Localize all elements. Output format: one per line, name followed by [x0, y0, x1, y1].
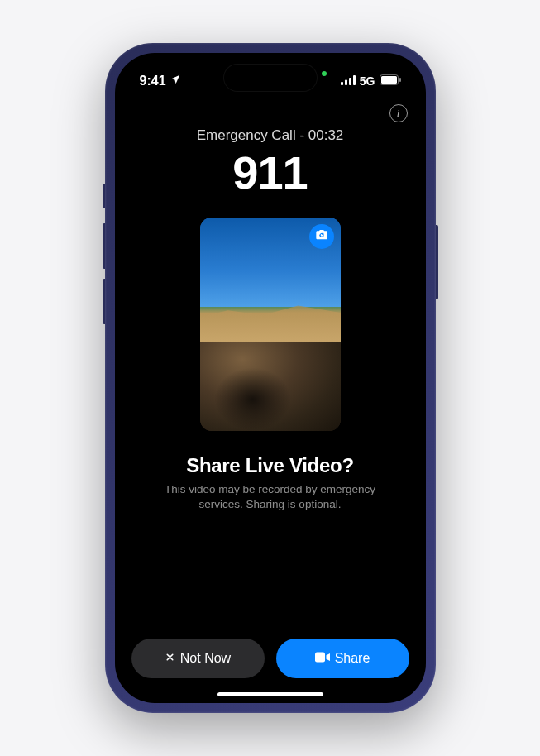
camera-flip-icon	[315, 228, 328, 245]
network-label: 5G	[360, 74, 375, 88]
status-time: 9:41	[140, 74, 166, 89]
svg-rect-1	[345, 80, 347, 86]
info-button[interactable]: i	[389, 104, 408, 122]
not-now-label: Not Now	[180, 651, 231, 666]
close-icon	[165, 651, 175, 666]
share-prompt: Share Live Video? This video may be reco…	[115, 454, 426, 512]
flip-camera-button[interactable]	[309, 224, 334, 249]
home-indicator[interactable]	[217, 692, 323, 696]
dynamic-island	[224, 65, 317, 91]
battery-icon	[380, 74, 401, 89]
svg-rect-3	[353, 75, 356, 85]
call-header: Emergency Call - 00:32 911	[115, 127, 426, 199]
info-icon: i	[397, 107, 400, 120]
location-icon	[170, 74, 181, 89]
svg-rect-6	[399, 78, 401, 82]
svg-rect-7	[315, 653, 325, 663]
share-button[interactable]: Share	[276, 639, 409, 678]
call-status-label: Emergency Call - 00:32	[115, 127, 426, 144]
not-now-button[interactable]: Not Now	[131, 639, 265, 678]
video-icon	[315, 651, 330, 666]
phone-side-buttons	[103, 184, 105, 334]
action-row: Not Now Share	[115, 639, 426, 678]
camera-privacy-indicator	[322, 71, 327, 76]
phone-frame: 9:41 5G	[105, 43, 436, 713]
emergency-number: 911	[115, 146, 426, 199]
video-preview	[200, 218, 341, 431]
svg-rect-5	[381, 76, 397, 84]
prompt-title: Share Live Video?	[141, 454, 399, 477]
cellular-signal-icon	[341, 74, 356, 89]
share-label: Share	[335, 651, 370, 666]
prompt-subtitle: This video may be recorded by emergency …	[141, 482, 399, 512]
svg-rect-0	[341, 82, 343, 85]
svg-rect-2	[349, 78, 351, 85]
screen: 9:41 5G	[115, 53, 426, 703]
